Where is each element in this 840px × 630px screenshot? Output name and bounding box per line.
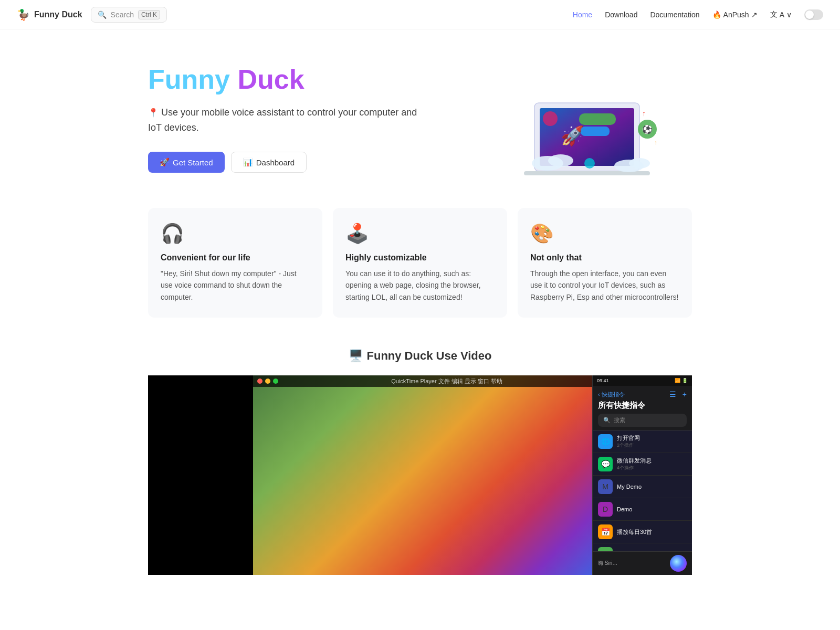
search-shortcut: Ctrl K xyxy=(138,10,160,19)
video-container[interactable]: QuickTime Player 文件 编辑 显示 窗口 帮助 🔋 19% ▸ … xyxy=(148,375,692,575)
navbar-left: 🦆 Funny Duck 🔍 Search Ctrl K xyxy=(17,7,167,23)
phone-status-icons: 📶 🔋 xyxy=(675,378,688,383)
navbar: 🦆 Funny Duck 🔍 Search Ctrl K Home Downlo… xyxy=(0,0,840,29)
feature-card-0: 🎧 Convenient for our life "Hey, Siri! Sh… xyxy=(148,208,322,318)
svg-point-8 xyxy=(629,158,650,169)
hero-title-duck: Duck xyxy=(230,64,304,94)
hero-subtitle-text: Use your mobile voice assistant to contr… xyxy=(148,107,417,133)
features-section: 🎧 Convenient for our life "Hey, Siri! Sh… xyxy=(131,197,709,339)
hero-content: Funny Duck 📍 Use your mobile voice assis… xyxy=(148,65,432,173)
hero-subtitle-emoji: 📍 xyxy=(148,108,159,117)
phone-list-item[interactable]: 🌐 打开官网 2个操作 xyxy=(593,430,692,453)
phone-item-text: Demo xyxy=(617,506,687,512)
anpush-label: AnPush xyxy=(723,10,749,19)
brand-name: Funny Duck xyxy=(34,10,82,19)
feature-card-2: 🎨 Not only that Through the open interfa… xyxy=(518,208,692,318)
get-started-icon: 🚀 xyxy=(160,158,170,167)
feature-card-1: 🕹️ Highly customizable You can use it to… xyxy=(333,208,507,318)
hero-subtitle: 📍 Use your mobile voice assistant to con… xyxy=(148,105,432,135)
phone-item-icon: 💬 xyxy=(598,457,613,471)
lang-label: A xyxy=(780,10,784,19)
feature-icon-1: 🕹️ xyxy=(345,223,495,245)
video-inner: QuickTime Player 文件 编辑 显示 窗口 帮助 🔋 19% ▸ … xyxy=(148,375,692,575)
anpush-external-icon: ↗ xyxy=(751,10,758,19)
phone-siri-text: 嗨 Siri… xyxy=(598,560,617,567)
mac-window-controls xyxy=(257,379,278,384)
hero-title: Funny Duck xyxy=(148,65,432,94)
hero-illustration: 🚀 ⚽ ↑ ↑ xyxy=(503,61,681,176)
phone-back-button[interactable]: ‹ 快捷指令 xyxy=(598,391,625,398)
phone-list-item[interactable]: 💬 微信群发消息 4个操作 xyxy=(593,453,692,476)
dashboard-label: Dashboard xyxy=(256,158,295,167)
phone-list-icon[interactable]: ☰ xyxy=(669,390,676,398)
feature-desc-0: "Hey, Siri! Shut down my computer" - Jus… xyxy=(161,268,310,303)
feature-desc-1: You can use it to do anything, such as: … xyxy=(345,268,495,303)
nav-download[interactable]: Download xyxy=(605,10,637,19)
get-started-label: Get Started xyxy=(173,158,213,167)
phone-list-item[interactable]: 📅 播放每日30首 xyxy=(593,521,692,543)
navbar-right: Home Download Documentation 🔥 AnPush ↗ 文… xyxy=(573,9,823,20)
search-box[interactable]: 🔍 Search Ctrl K xyxy=(91,7,167,23)
svg-rect-10 xyxy=(581,127,610,136)
phone-item-text: My Demo xyxy=(617,484,687,490)
video-title-text: Funny Duck Use Video xyxy=(367,349,492,363)
phone-list-item[interactable]: M My Demo xyxy=(593,476,692,498)
phone-status-bar: 09:41 📶 🔋 xyxy=(593,375,692,386)
video-title-icon: 🖥️ xyxy=(349,349,363,363)
search-icon: 🔍 xyxy=(98,10,107,19)
phone-time: 09:41 xyxy=(597,378,609,383)
feature-title-0: Convenient for our life xyxy=(161,253,310,262)
video-black-left xyxy=(148,375,253,575)
nav-home[interactable]: Home xyxy=(573,10,592,19)
mac-maximize-dot xyxy=(273,379,278,384)
phone-item-icon: 🌐 xyxy=(598,434,613,449)
phone-item-icon: D xyxy=(598,502,613,517)
search-label: Search xyxy=(111,10,134,19)
dashboard-icon: 📊 xyxy=(243,158,253,167)
phone-add-icon[interactable]: + xyxy=(682,390,687,398)
phone-search-icon: 🔍 xyxy=(603,417,611,424)
nav-documentation[interactable]: Documentation xyxy=(650,10,699,19)
phone-item-text: 打开官网 2个操作 xyxy=(617,434,687,449)
anpush-icon: 🔥 xyxy=(712,10,721,19)
phone-item-text: 播放每日30首 xyxy=(617,528,687,536)
phone-siri-ball xyxy=(670,555,687,572)
phone-list-item[interactable]: D Demo xyxy=(593,498,692,521)
brand[interactable]: 🦆 Funny Duck xyxy=(17,8,82,21)
phone-item-icon: M xyxy=(598,479,613,494)
svg-point-16 xyxy=(584,158,595,169)
phone-section-title: 所有快捷指令 xyxy=(598,401,687,411)
phone-nav-actions: ☰ + xyxy=(669,390,687,398)
phone-item-icon: 📅 xyxy=(598,524,613,539)
get-started-button[interactable]: 🚀 Get Started xyxy=(148,152,225,173)
phone-siri: 嗨 Siri… xyxy=(598,555,687,572)
svg-text:⚽: ⚽ xyxy=(642,124,653,134)
mac-minimize-dot xyxy=(265,379,270,384)
brand-icon: 🦆 xyxy=(17,8,30,21)
phone-item-sub: 2个操作 xyxy=(617,442,687,449)
phone-item-name: 打开官网 xyxy=(617,434,687,442)
hero-title-funny: Funny xyxy=(148,64,230,94)
svg-point-13 xyxy=(543,111,558,126)
svg-text:↑: ↑ xyxy=(654,139,657,146)
video-mac-area: QuickTime Player 文件 编辑 显示 窗口 帮助 🔋 19% ▸ … xyxy=(253,375,692,575)
phone-nav: ‹ 快捷指令 ☰ + xyxy=(598,390,687,398)
theme-toggle[interactable] xyxy=(804,9,823,20)
nav-anpush[interactable]: 🔥 AnPush ↗ xyxy=(712,10,758,19)
feature-icon-2: 🎨 xyxy=(530,223,679,245)
phone-item-sub: 4个操作 xyxy=(617,465,687,471)
svg-text:↑: ↑ xyxy=(642,109,646,118)
svg-text:🚀: 🚀 xyxy=(561,124,584,147)
nav-language[interactable]: 文 A ∨ xyxy=(770,10,792,19)
svg-point-6 xyxy=(548,154,573,167)
mac-app-name: QuickTime Player 文件 编辑 显示 窗口 帮助 xyxy=(391,377,502,385)
phone-item-text: 微信群发消息 4个操作 xyxy=(617,457,687,471)
hero-buttons: 🚀 Get Started 📊 Dashboard xyxy=(148,152,432,173)
phone-bottom-bar: 嗨 Siri… xyxy=(593,551,692,575)
phone-search[interactable]: 🔍 搜索 xyxy=(598,414,687,427)
dashboard-button[interactable]: 📊 Dashboard xyxy=(231,152,307,173)
theme-toggle-knob xyxy=(805,10,814,19)
mac-close-dot xyxy=(257,379,262,384)
hero-section: Funny Duck 📍 Use your mobile voice assis… xyxy=(131,29,709,197)
feature-title-1: Highly customizable xyxy=(345,253,495,262)
